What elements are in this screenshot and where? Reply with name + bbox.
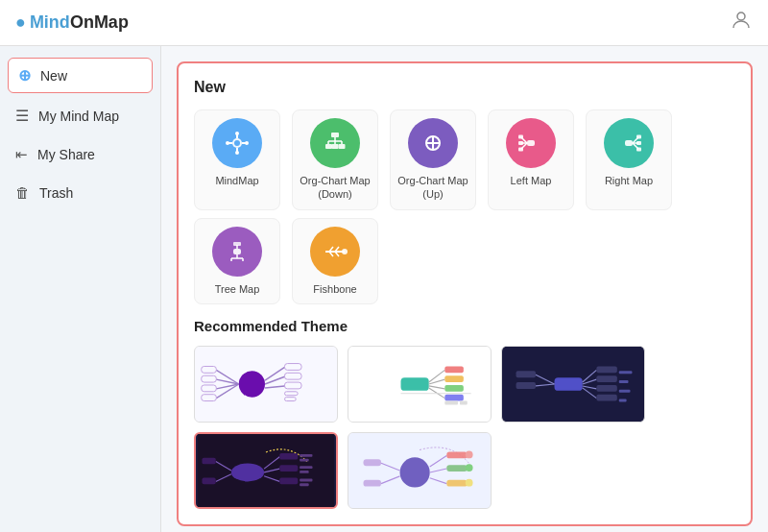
sidebar-new-label: New	[40, 68, 67, 84]
svg-rect-93	[619, 380, 629, 383]
svg-rect-15	[339, 144, 346, 149]
svg-rect-19	[527, 140, 535, 146]
template-orgup[interactable]: Org-Chart Map (Up)	[390, 109, 476, 210]
svg-rect-96	[198, 434, 335, 507]
svg-point-4	[235, 151, 239, 155]
svg-rect-128	[364, 480, 382, 487]
svg-rect-105	[300, 459, 309, 462]
svg-point-124	[466, 479, 473, 487]
svg-point-115	[400, 457, 430, 487]
svg-rect-72	[444, 375, 464, 382]
svg-rect-26	[625, 140, 633, 146]
svg-rect-120	[446, 465, 467, 472]
svg-point-97	[231, 463, 264, 481]
svg-point-6	[245, 141, 249, 145]
template-rightmap[interactable]: Right Map	[586, 109, 672, 210]
myshare-icon: ⇤	[15, 146, 28, 163]
svg-rect-33	[233, 249, 241, 254]
svg-rect-107	[300, 471, 309, 473]
fishbone-icon	[310, 227, 360, 277]
theme-item-4[interactable]	[194, 432, 338, 509]
svg-rect-25	[518, 148, 523, 152]
svg-point-123	[466, 464, 473, 472]
theme-item-2[interactable]	[348, 346, 492, 423]
svg-rect-109	[300, 483, 309, 486]
recommended-title: Recommended Theme	[194, 318, 735, 334]
sidebar-item-trash[interactable]: 🗑 Trash	[0, 175, 160, 210]
trash-icon: 🗑	[15, 184, 30, 201]
theme-item-1[interactable]	[194, 346, 338, 423]
sidebar-myshare-label: My Share	[37, 147, 95, 162]
treemap-label: Tree Map	[215, 282, 260, 296]
svg-rect-14	[332, 144, 339, 149]
svg-point-2	[234, 140, 240, 146]
svg-rect-113	[203, 477, 216, 484]
user-icon[interactable]	[730, 9, 753, 37]
svg-rect-76	[444, 400, 458, 404]
logo-text: MindOnMap	[30, 12, 129, 33]
sidebar-item-new[interactable]: ⊕ New	[8, 58, 153, 93]
svg-point-122	[466, 450, 473, 458]
svg-rect-84	[596, 366, 616, 373]
svg-rect-77	[460, 400, 468, 404]
sidebar-trash-label: Trash	[39, 185, 73, 201]
svg-rect-87	[596, 395, 616, 401]
template-orgdown[interactable]: Org-Chart Map (Down)	[292, 109, 378, 210]
theme-item-5[interactable]	[348, 432, 492, 509]
orgdown-icon	[310, 118, 360, 168]
treemap-icon	[212, 227, 262, 277]
rightmap-label: Right Map	[605, 174, 653, 187]
mindmap-label: MindMap	[215, 174, 258, 187]
svg-rect-66	[401, 377, 429, 391]
theme-grid	[194, 346, 735, 509]
svg-rect-86	[596, 385, 616, 392]
svg-rect-92	[619, 371, 633, 374]
svg-rect-79	[555, 377, 583, 391]
svg-rect-32	[636, 148, 641, 152]
svg-rect-112	[203, 458, 216, 465]
sidebar-item-mymindmap[interactable]: ☰ My Mind Map	[0, 97, 160, 134]
main-content: New	[161, 46, 768, 532]
orgup-label: Org-Chart Map (Up)	[395, 174, 471, 202]
svg-rect-108	[300, 478, 312, 481]
svg-point-0	[737, 12, 745, 20]
svg-rect-127	[364, 459, 382, 466]
template-treemap[interactable]: Tree Map	[194, 218, 280, 304]
mindmap-icon	[212, 118, 262, 168]
orgup-icon	[408, 118, 458, 168]
svg-rect-7	[331, 133, 339, 137]
svg-rect-71	[444, 366, 464, 373]
orgdown-label: Org-Chart Map (Down)	[297, 174, 373, 202]
main-layout: ⊕ New ☰ My Mind Map ⇤ My Share 🗑 Trash N…	[0, 46, 768, 532]
logo-mind-icon: ●	[15, 12, 26, 33]
svg-rect-91	[516, 382, 536, 389]
svg-rect-74	[444, 395, 464, 401]
template-grid-row2: Tree Map Fishbone	[194, 218, 735, 304]
svg-rect-73	[444, 385, 464, 392]
svg-rect-103	[279, 477, 298, 484]
template-mindmap[interactable]: MindMap	[194, 109, 280, 210]
rightmap-icon	[604, 118, 654, 168]
mymindmap-icon: ☰	[15, 107, 29, 125]
theme-item-3[interactable]	[501, 346, 645, 423]
svg-rect-85	[596, 375, 616, 382]
svg-rect-119	[446, 451, 467, 458]
svg-point-3	[235, 132, 239, 135]
fishbone-label: Fishbone	[313, 282, 356, 296]
svg-rect-102	[279, 465, 298, 472]
svg-rect-13	[325, 144, 332, 149]
svg-point-5	[226, 141, 229, 145]
svg-rect-95	[619, 399, 627, 401]
svg-rect-94	[619, 390, 631, 393]
svg-rect-30	[636, 135, 641, 139]
svg-point-46	[342, 249, 348, 254]
sidebar: ⊕ New ☰ My Mind Map ⇤ My Share 🗑 Trash	[0, 46, 161, 532]
sidebar-mymindmap-label: My Mind Map	[38, 109, 119, 124]
svg-rect-106	[300, 466, 312, 469]
template-leftmap[interactable]: Left Map	[488, 109, 574, 210]
template-fishbone[interactable]: Fishbone	[292, 218, 378, 304]
sidebar-item-myshare[interactable]: ⇤ My Share	[0, 136, 160, 173]
svg-rect-31	[636, 141, 641, 145]
new-section-card: New	[177, 61, 753, 526]
new-icon: ⊕	[18, 66, 31, 85]
